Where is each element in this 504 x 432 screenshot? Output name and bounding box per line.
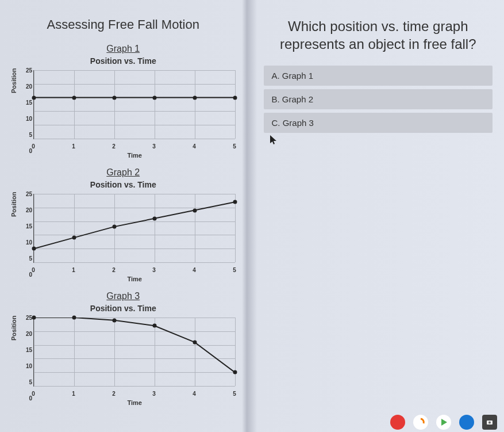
ytick: 0 [17, 148, 32, 154]
ytick: 20 [17, 83, 32, 90]
graph-3-plot [33, 318, 235, 387]
svg-marker-1 [441, 419, 447, 426]
data-point [153, 324, 157, 328]
page-title: Assessing Free Fall Motion [6, 17, 241, 32]
svg-point-3 [488, 422, 491, 424]
data-point [233, 200, 237, 204]
answer-b[interactable]: B. Graph 2 [264, 89, 493, 109]
graph-3-xlabel: Time [29, 399, 241, 406]
graph-1-xlabel: Time [29, 152, 241, 159]
ytick: 0 [17, 272, 32, 278]
data-point [72, 236, 76, 240]
graph-3: Graph 3 Position vs. Time Position 25201… [6, 291, 241, 406]
ytick: 10 [17, 116, 32, 122]
taskbar-app-icon[interactable] [436, 415, 451, 430]
graph-1: Graph 1 Position vs. Time Position 25201… [6, 44, 241, 159]
ytick: 0 [17, 395, 32, 402]
data-point [32, 316, 36, 320]
ytick: 20 [17, 207, 32, 213]
graph-1-label: Graph 1 [6, 44, 241, 54]
data-point [233, 370, 237, 374]
answer-c[interactable]: C. Graph 3 [264, 113, 493, 133]
taskbar [390, 412, 504, 432]
data-point [32, 247, 36, 251]
cursor-icon [270, 135, 278, 146]
xtick: 2 [112, 391, 116, 397]
graph-2: Graph 2 Position vs. Time Position 25201… [6, 167, 241, 282]
xtick: 0 [32, 267, 35, 273]
data-point [233, 95, 237, 100]
ytick: 5 [17, 132, 32, 138]
graph-1-plot [33, 70, 235, 139]
data-point [113, 225, 117, 229]
xtick: 5 [233, 391, 236, 397]
xtick: 2 [112, 143, 116, 150]
xtick: 1 [72, 267, 75, 273]
xtick: 5 [233, 267, 236, 273]
ytick: 15 [17, 347, 32, 353]
graph-2-ylabel: Position [10, 192, 17, 217]
graph-3-label: Graph 3 [6, 291, 241, 301]
data-point [113, 95, 117, 100]
xtick: 1 [72, 143, 75, 150]
ytick: 20 [17, 331, 32, 337]
ytick: 25 [17, 191, 32, 197]
question-text: Which position vs. time graph represents… [264, 17, 493, 53]
data-point [72, 95, 76, 100]
data-point [72, 316, 76, 320]
data-point [153, 95, 157, 100]
xtick: 1 [72, 391, 75, 397]
graph-2-subtitle: Position vs. Time [6, 180, 241, 189]
xtick: 3 [152, 391, 156, 397]
answer-a[interactable]: A. Graph 1 [264, 66, 493, 86]
graph-2-xlabel: Time [29, 276, 241, 282]
graph-2-label: Graph 2 [6, 167, 241, 178]
xtick: 2 [112, 267, 116, 273]
graph-3-subtitle: Position vs. Time [6, 304, 241, 313]
xtick: 0 [32, 391, 35, 397]
ytick: 10 [17, 239, 32, 246]
taskbar-app-icon[interactable] [390, 415, 405, 430]
ytick: 15 [17, 223, 32, 230]
taskbar-app-icon[interactable] [459, 415, 474, 430]
ytick: 5 [17, 255, 32, 262]
graph-1-ylabel: Position [10, 68, 17, 93]
data-point [32, 95, 36, 100]
graph-3-ylabel: Position [10, 316, 17, 341]
xtick: 3 [152, 267, 156, 273]
xtick: 4 [193, 143, 196, 150]
xtick: 4 [193, 267, 196, 273]
ytick: 10 [17, 363, 32, 369]
data-point [193, 208, 197, 212]
ytick: 25 [17, 67, 32, 74]
ytick: 25 [17, 315, 32, 321]
taskbar-app-icon[interactable] [413, 415, 428, 430]
xtick: 5 [233, 143, 236, 150]
ytick: 5 [17, 379, 32, 385]
taskbar-camera-icon[interactable] [482, 415, 497, 430]
data-point [193, 340, 197, 344]
data-point [113, 318, 117, 322]
ytick: 15 [17, 100, 32, 106]
graph-1-subtitle: Position vs. Time [6, 56, 241, 66]
graph-2-plot [33, 194, 235, 263]
data-point [153, 216, 157, 220]
data-point [193, 95, 197, 100]
xtick: 3 [152, 143, 156, 150]
xtick: 4 [193, 391, 196, 397]
xtick: 0 [32, 143, 35, 150]
